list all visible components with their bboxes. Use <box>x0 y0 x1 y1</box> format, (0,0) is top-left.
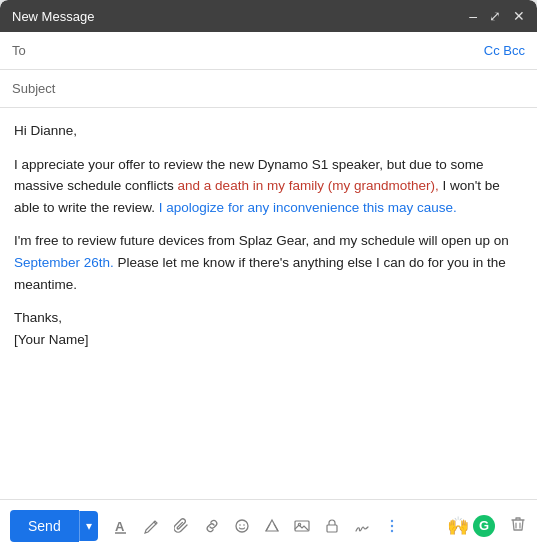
drive-icon[interactable] <box>260 516 284 536</box>
compose-window: New Message – ⤢ ✕ To Cc Bcc Subject Hi D… <box>0 0 537 551</box>
send-dropdown-button[interactable]: ▾ <box>79 511 98 541</box>
svg-point-8 <box>391 519 393 521</box>
send-button-group: Send ▾ <box>10 510 98 542</box>
email-body[interactable]: Hi Dianne, I appreciate your offer to re… <box>0 108 537 499</box>
link-icon[interactable] <box>200 516 224 536</box>
footer-right: 🙌 G <box>447 515 527 537</box>
formatting-toolbar: A <box>110 516 445 536</box>
svg-text:A: A <box>115 519 125 534</box>
to-label: To <box>12 43 62 58</box>
subject-row: Subject <box>0 70 537 108</box>
title-bar: New Message – ⤢ ✕ <box>0 0 537 32</box>
edit-icon[interactable] <box>140 516 164 536</box>
photo-icon[interactable] <box>290 516 314 536</box>
svg-point-10 <box>391 529 393 531</box>
svg-point-3 <box>239 524 241 526</box>
svg-point-9 <box>391 524 393 526</box>
hands-emoji: 🙌 <box>447 515 469 537</box>
lock-icon[interactable] <box>320 516 344 536</box>
subject-label: Subject <box>12 81 62 96</box>
subject-input[interactable] <box>62 81 525 96</box>
svg-point-2 <box>236 520 248 532</box>
grammarly-icons: 🙌 G <box>447 515 495 537</box>
to-input[interactable] <box>62 43 484 58</box>
minimize-button[interactable]: – <box>469 8 477 24</box>
send-button[interactable]: Send <box>10 510 79 542</box>
title-bar-controls: – ⤢ ✕ <box>469 8 525 24</box>
grammarly-icon[interactable]: G <box>473 515 495 537</box>
emoji-icon[interactable] <box>230 516 254 536</box>
window-title: New Message <box>12 9 94 24</box>
body-greeting: Hi Dianne, <box>14 120 523 142</box>
body-closing: Thanks, [Your Name] <box>14 307 523 350</box>
delete-button[interactable] <box>509 515 527 537</box>
svg-point-4 <box>243 524 245 526</box>
body-paragraph2: I'm free to review future devices from S… <box>14 230 523 295</box>
signature-icon[interactable] <box>350 516 374 536</box>
compose-toolbar: Send ▾ A <box>0 499 537 551</box>
attach-icon[interactable] <box>170 516 194 536</box>
svg-rect-7 <box>327 525 337 532</box>
expand-button[interactable]: ⤢ <box>489 8 501 24</box>
more-options-icon[interactable] <box>380 516 404 536</box>
cc-bcc-button[interactable]: Cc Bcc <box>484 43 525 58</box>
body-paragraph1: I appreciate your offer to review the ne… <box>14 154 523 219</box>
format-text-icon[interactable]: A <box>110 516 134 536</box>
to-row: To Cc Bcc <box>0 32 537 70</box>
close-button[interactable]: ✕ <box>513 8 525 24</box>
